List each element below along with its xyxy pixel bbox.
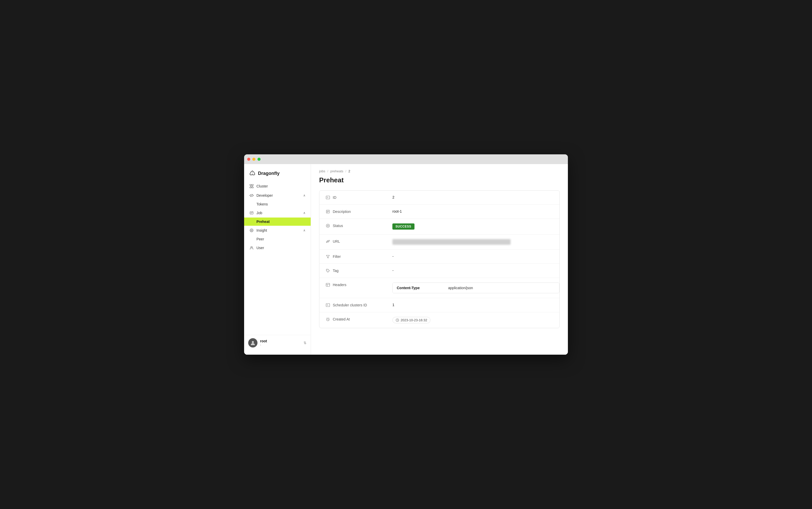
breadcrumb: jobs / preheats / 2 [319,169,560,173]
avatar-info: root - [260,339,301,347]
scheduler-icon [326,303,330,307]
headers-label: Headers [333,283,346,287]
developer-label: Developer [256,193,273,198]
svg-rect-3 [252,187,253,188]
sidebar-footer[interactable]: root - ⇅ [244,335,311,350]
id-value: 2 [392,195,553,199]
label-url: URL [326,239,392,244]
filter-value: - [392,254,553,258]
created-at-icon [326,317,330,321]
label-created-at: Created At [326,317,392,321]
main-content: jobs / preheats / 2 Preheat [311,164,568,355]
job-icon [249,211,254,215]
description-icon [326,209,330,214]
label-filter: Filter [326,254,392,259]
header-value: application/json [448,286,473,290]
user-icon [249,245,254,250]
user-label: User [256,246,264,250]
sidebar-item-user[interactable]: User [244,243,311,252]
row-id: ID 2 [319,191,559,205]
status-value: SUCCESS [392,224,553,230]
created-at-text: 2023-10-23-16:32 [400,318,427,322]
avatar-role: - [260,343,301,347]
cluster-label: Cluster [256,184,268,188]
breadcrumb-current: 2 [349,169,350,173]
header-key: Content-Type [397,286,448,290]
clock-icon [396,318,399,322]
sidebar-sub-item-peer[interactable]: Peer [244,235,311,243]
svg-rect-0 [250,184,251,185]
url-value [392,239,553,245]
breadcrumb-jobs[interactable]: jobs [319,169,325,173]
svg-rect-17 [326,196,330,199]
row-url: URL [319,234,559,250]
tag-value: - [392,268,553,272]
logo[interactable]: Dragonfly [244,168,311,181]
row-filter: Filter - [319,250,559,264]
label-description: Description [326,209,392,214]
sidebar-item-cluster[interactable]: Cluster [244,181,311,191]
row-tag: Tag - [319,264,559,278]
peer-label: Peer [256,237,264,241]
url-blurred [392,239,511,245]
breadcrumb-sep-2: / [345,169,346,173]
insight-chevron: ∧ [303,229,305,232]
sidebar-sub-item-tokens[interactable]: Tokens [244,200,311,208]
sidebar-item-insight[interactable]: Insight ∧ [244,226,311,235]
avatar-name: root [260,339,301,343]
job-label: Job [256,211,262,215]
label-id: ID [326,195,392,200]
row-status: Status SUCCESS [319,219,559,234]
headers-value: Content-Type application/json [392,282,559,293]
filter-label: Filter [333,254,341,259]
tag-label: Tag [333,269,339,273]
sort-arrows-icon: ⇅ [303,341,306,345]
breadcrumb-sep-1: / [327,169,328,173]
id-icon [326,195,330,200]
svg-point-26 [327,270,328,270]
created-at-badge: 2023-10-23-16:32 [392,317,430,323]
url-label: URL [333,239,340,243]
row-created-at: Created At 2023-10-23-16:32 [319,312,559,328]
status-label: Status [333,224,343,228]
sidebar-item-job[interactable]: Job ∧ [244,208,311,217]
svg-point-16 [252,341,254,343]
developer-chevron: ∧ [303,194,305,197]
headers-icon [326,282,330,287]
avatar [248,338,258,347]
scheduler-clusters-id-label: Scheduler clusters ID [333,303,367,307]
filter-icon [326,254,330,259]
minimize-button[interactable] [252,158,255,161]
close-button[interactable] [247,158,250,161]
developer-icon [249,193,254,198]
svg-rect-2 [250,187,251,188]
row-headers: Headers Content-Type application/json [319,278,559,298]
svg-rect-27 [326,283,330,286]
sidebar-item-developer[interactable]: Developer ∧ [244,191,311,200]
app-window: Dragonfly Cluster [244,154,568,355]
breadcrumb-preheats[interactable]: preheats [330,169,343,173]
logo-text: Dragonfly [258,171,280,176]
status-badge: SUCCESS [392,224,415,230]
preheat-label: Preheat [256,219,269,224]
id-label: ID [333,196,336,200]
status-icon [326,224,330,228]
maximize-button[interactable] [258,158,261,161]
cluster-icon [249,184,254,189]
svg-rect-30 [326,304,330,307]
label-status: Status [326,224,392,228]
svg-rect-1 [252,184,253,185]
headers-row: Content-Type application/json [393,283,559,293]
tokens-label: Tokens [256,202,268,206]
app-body: Dragonfly Cluster [244,164,568,355]
sidebar-sub-item-preheat[interactable]: Preheat [244,217,311,226]
tag-icon [326,268,330,273]
titlebar [244,154,568,164]
label-scheduler-clusters-id: Scheduler clusters ID [326,303,392,307]
description-label: Description [333,209,351,214]
headers-table: Content-Type application/json [392,282,559,293]
row-description: Description root-1 [319,205,559,219]
job-chevron: ∧ [303,211,305,215]
created-at-value: 2023-10-23-16:32 [392,317,553,323]
svg-line-7 [251,194,252,197]
